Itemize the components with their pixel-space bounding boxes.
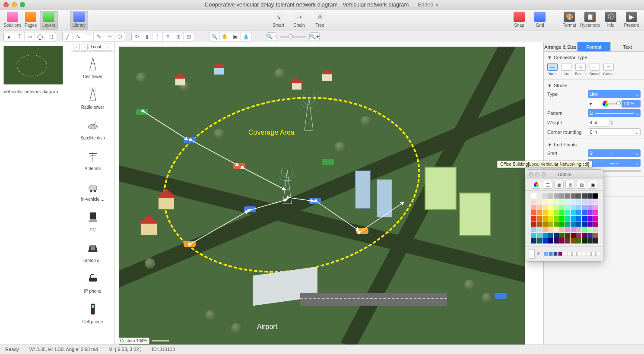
color-swatch[interactable] bbox=[554, 205, 559, 210]
color-swatch[interactable] bbox=[537, 221, 542, 227]
eyedropper-icon[interactable]: ✐ bbox=[536, 251, 540, 257]
layers-button[interactable]: Layers bbox=[40, 11, 58, 30]
zoom-slider[interactable] bbox=[280, 36, 306, 38]
recent-color-swatch[interactable] bbox=[544, 252, 548, 256]
color-swatch[interactable] bbox=[554, 227, 559, 232]
drawing-canvas[interactable]: Coverage Area Airport bbox=[119, 47, 525, 345]
color-swatch[interactable] bbox=[537, 210, 542, 215]
chain-connect-button[interactable]: ⇢Chain bbox=[290, 11, 308, 30]
color-swatch[interactable] bbox=[576, 216, 581, 221]
color-swatch[interactable] bbox=[587, 216, 593, 221]
color-swatch[interactable] bbox=[571, 227, 576, 232]
color-swatch[interactable] bbox=[548, 199, 553, 204]
color-swatch[interactable] bbox=[554, 193, 559, 199]
color-swatch[interactable] bbox=[559, 233, 565, 238]
library-items[interactable]: Cell towerRadio towerSatellite dishAnten… bbox=[71, 52, 114, 345]
color-swatch[interactable] bbox=[559, 205, 565, 210]
current-color-swatch[interactable] bbox=[529, 249, 535, 259]
color-mode-crayons[interactable]: ▥ bbox=[577, 181, 586, 189]
color-swatch[interactable] bbox=[593, 205, 598, 210]
color-swatch[interactable] bbox=[531, 216, 536, 221]
rect-tool[interactable]: ▭ bbox=[25, 32, 35, 41]
color-picker-icon[interactable] bbox=[603, 101, 609, 107]
tree-connect-button[interactable]: ⋔Tree bbox=[311, 11, 329, 30]
color-swatch[interactable] bbox=[537, 227, 542, 232]
color-swatch[interactable] bbox=[593, 227, 598, 232]
color-swatch[interactable] bbox=[542, 210, 548, 215]
pointer-tool[interactable]: ▲ bbox=[4, 32, 14, 41]
color-swatch[interactable] bbox=[548, 210, 553, 215]
color-swatch[interactable] bbox=[576, 233, 581, 238]
zoom-slider-small[interactable] bbox=[152, 340, 169, 341]
color-swatch[interactable] bbox=[571, 216, 576, 221]
color-swatch[interactable] bbox=[531, 221, 536, 227]
select-tool[interactable]: ▣ bbox=[230, 32, 241, 41]
color-swatch[interactable] bbox=[537, 199, 542, 204]
color-swatch[interactable] bbox=[571, 210, 576, 215]
zoom-out-button[interactable]: 🔍− bbox=[266, 32, 276, 41]
color-swatch[interactable] bbox=[548, 205, 553, 210]
library-item[interactable]: Cell tower bbox=[71, 52, 114, 82]
color-swatch[interactable] bbox=[565, 199, 570, 204]
line-tool[interactable]: ╱ bbox=[63, 32, 73, 41]
library-dropdown[interactable]: Local...⌄ bbox=[89, 44, 112, 51]
weight-stepper-up[interactable]: ▲ bbox=[610, 120, 613, 123]
color-swatch[interactable] bbox=[531, 238, 536, 243]
color-swatch[interactable] bbox=[542, 216, 548, 221]
pages-button[interactable]: Pages bbox=[22, 11, 40, 30]
color-swatch[interactable] bbox=[542, 238, 548, 243]
color-swatch[interactable] bbox=[571, 205, 576, 210]
color-swatch[interactable] bbox=[542, 205, 548, 210]
stroke-type-select[interactable]: Line⌄ bbox=[588, 90, 641, 98]
color-swatch[interactable] bbox=[554, 238, 559, 243]
color-swatch[interactable] bbox=[554, 210, 559, 215]
eyedropper-tool[interactable]: 💧 bbox=[241, 32, 251, 41]
recent-color-swatch[interactable] bbox=[558, 252, 562, 256]
library-item[interactable]: Satellite dish bbox=[71, 113, 114, 144]
color-swatch[interactable] bbox=[587, 233, 593, 238]
color-swatch[interactable] bbox=[593, 216, 598, 221]
library-item[interactable]: Antenna bbox=[71, 144, 114, 174]
color-swatch[interactable] bbox=[537, 205, 542, 210]
zoom-tool[interactable]: 🔍 bbox=[209, 32, 220, 41]
page-thumbnail[interactable] bbox=[3, 46, 63, 85]
color-swatch[interactable] bbox=[593, 199, 598, 204]
color-swatch[interactable] bbox=[554, 233, 559, 238]
color-swatch[interactable] bbox=[559, 199, 565, 204]
color-swatch[interactable] bbox=[542, 227, 548, 232]
library-item[interactable]: In-vehicle ... bbox=[71, 174, 114, 205]
color-swatch[interactable] bbox=[548, 193, 553, 199]
color-swatch[interactable] bbox=[582, 199, 587, 204]
maximize-icon[interactable] bbox=[20, 2, 25, 7]
empty-recent-swatch[interactable] bbox=[582, 252, 586, 256]
align-h-tool[interactable]: ⫿ bbox=[142, 32, 152, 41]
color-swatch[interactable] bbox=[576, 238, 581, 243]
library-item[interactable]: Radio tower bbox=[71, 82, 114, 113]
connector-direct[interactable]: —Direct bbox=[547, 63, 558, 76]
color-swatch[interactable] bbox=[537, 238, 542, 243]
color-swatch[interactable] bbox=[593, 210, 598, 215]
empty-recent-swatch[interactable] bbox=[587, 252, 591, 256]
empty-recent-swatch[interactable] bbox=[591, 252, 596, 256]
color-swatch[interactable] bbox=[576, 210, 581, 215]
color-swatch[interactable] bbox=[565, 221, 570, 227]
connector-curve[interactable]: 〜Curve bbox=[603, 63, 614, 76]
colors-palette-popup[interactable]: Colors ☰ ▦ ▤ ▥ ▣ ✐ bbox=[526, 169, 603, 262]
color-swatch[interactable] bbox=[565, 216, 570, 221]
color-swatch[interactable] bbox=[548, 221, 553, 227]
recent-color-swatch[interactable] bbox=[549, 252, 553, 256]
color-mode-sliders[interactable]: ☰ bbox=[543, 181, 552, 189]
roundrect-tool[interactable]: ▢ bbox=[45, 32, 56, 41]
color-swatch[interactable] bbox=[542, 233, 548, 238]
color-swatch[interactable] bbox=[587, 193, 593, 199]
color-swatch[interactable] bbox=[537, 193, 542, 199]
empty-recent-swatch[interactable] bbox=[577, 252, 581, 256]
minimize-icon[interactable] bbox=[12, 2, 17, 7]
library-nav-fwd[interactable]: › bbox=[81, 44, 88, 51]
color-swatch[interactable] bbox=[559, 193, 565, 199]
endpoint-end-select[interactable]: 5: —→⌄ bbox=[588, 159, 641, 167]
library-item[interactable]: Laptop c... bbox=[71, 236, 114, 266]
distribute-tool[interactable]: ≡ bbox=[163, 32, 173, 41]
stroke-weight-input[interactable]: 4 pt bbox=[588, 119, 609, 126]
tab-arrange[interactable]: Arrange & Size bbox=[544, 42, 577, 51]
